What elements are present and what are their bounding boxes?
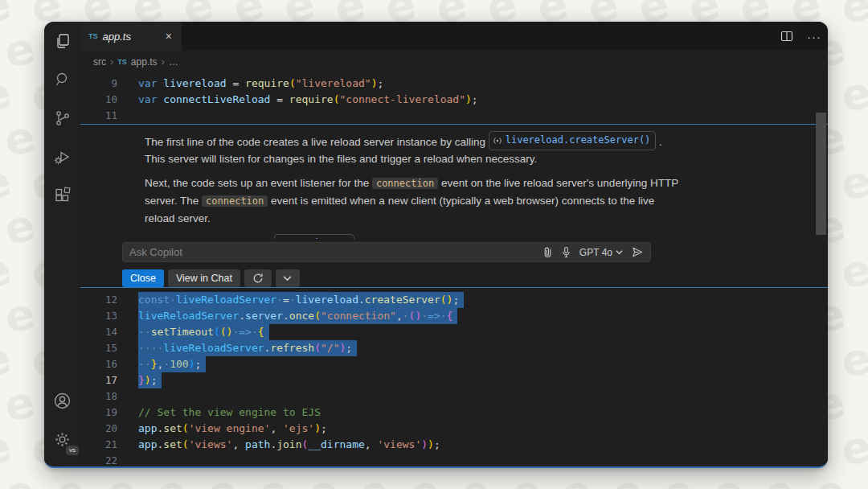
- code-line[interactable]: 19// Set the view engine to EJS: [80, 405, 828, 421]
- line-number: 18: [80, 388, 117, 405]
- symbol-link-chip[interactable]: livereload.createServer(): [489, 131, 657, 150]
- code-text: ··setTimeout(()·=>·{: [138, 324, 269, 340]
- breadcrumb-folder[interactable]: src: [93, 56, 106, 68]
- symbol-method-icon: [493, 136, 502, 146]
- background-e-glyph: e: [836, 155, 868, 212]
- chevron-down-icon: [616, 249, 623, 255]
- copilot-prompt-input[interactable]: [129, 246, 534, 258]
- line-number: 19: [80, 405, 117, 421]
- breadcrumb-separator-icon: ›: [162, 55, 165, 68]
- tab-close-icon[interactable]: ×: [164, 30, 174, 43]
- line-number: 13: [80, 308, 117, 324]
- extensions-icon[interactable]: [44, 176, 80, 215]
- code-editor[interactable]: // Enable live reload9var livereload = r…: [80, 72, 828, 466]
- breadcrumb: src › TS app.ts › …: [80, 51, 828, 72]
- code-text: var livereload = require("livereload");: [138, 76, 383, 92]
- code-text: liveReloadServer.server.once("connection…: [138, 308, 457, 324]
- code-line[interactable]: 15····liveReloadServer.refresh("/");: [80, 340, 828, 356]
- line-number: 9: [80, 76, 117, 92]
- line-number: 21: [80, 437, 117, 453]
- background-e-glyph: e: [836, 332, 868, 388]
- tab-app-ts[interactable]: TS app.ts ×: [80, 22, 182, 51]
- model-label: GPT 4o: [579, 247, 612, 258]
- model-picker[interactable]: GPT 4o: [579, 247, 623, 258]
- tab-title: app.ts: [103, 31, 159, 43]
- copilot-input-box: GPT 4o: [122, 242, 651, 262]
- code-line[interactable]: 22: [80, 453, 828, 466]
- source-control-icon[interactable]: [44, 99, 80, 138]
- line-number: 11: [80, 108, 117, 124]
- background-e-glyph: e: [0, 376, 40, 433]
- breadcrumb-more[interactable]: …: [169, 56, 178, 68]
- attach-context-icon[interactable]: [542, 246, 553, 258]
- background-e-glyph: e: [0, 199, 40, 256]
- code-text: ··},·100);: [138, 356, 206, 372]
- code-line[interactable]: 14··setTimeout(()·=>·{: [80, 324, 828, 340]
- typescript-file-icon: TS: [88, 32, 98, 40]
- code-text: var connectLiveReload = require("connect…: [138, 92, 478, 108]
- code-text: // Set the view engine to EJS: [138, 405, 321, 421]
- code-line[interactable]: 11: [80, 108, 828, 124]
- copilot-paragraph: Next, the code sets up an event listener…: [145, 175, 682, 227]
- copilot-paragraph: The first line of the code creates a liv…: [145, 131, 682, 167]
- line-number: 17: [80, 372, 117, 388]
- background-e-glyph: e: [836, 67, 868, 123]
- code-line[interactable]: 13liveReloadServer.server.once("connecti…: [80, 308, 828, 324]
- explorer-icon[interactable]: [44, 22, 80, 60]
- code-text: app.set('views', path.join(__dirname, 'v…: [138, 437, 440, 453]
- background-e-glyph: e: [836, 421, 868, 477]
- background-e-glyph: e: [0, 111, 40, 167]
- account-icon[interactable]: [44, 381, 80, 420]
- more-options-button[interactable]: [276, 269, 300, 287]
- copilot-response: The first line of the code creates a liv…: [80, 125, 828, 239]
- refresh-icon: [252, 273, 264, 284]
- code-lines-top: // Enable live reload9var livereload = r…: [80, 72, 828, 124]
- typescript-file-icon: TS: [117, 58, 127, 66]
- vs-badge: vs: [66, 446, 79, 455]
- copilot-action-buttons: Close View in Chat: [122, 269, 300, 287]
- code-line[interactable]: 20app.set('view engine', 'ejs');: [80, 421, 828, 437]
- symbol-link-chip[interactable]: setTimeout: [274, 234, 354, 239]
- split-editor-icon[interactable]: [773, 22, 800, 51]
- regenerate-button[interactable]: [244, 269, 272, 287]
- code-text: app.set('view engine', 'ejs');: [138, 421, 327, 437]
- copilot-inline-chat-panel: The first line of the code creates a liv…: [80, 124, 828, 288]
- background-e-glyph: e: [0, 23, 40, 79]
- breadcrumb-file[interactable]: app.ts: [131, 56, 158, 68]
- microphone-icon[interactable]: [561, 246, 571, 258]
- more-actions-icon[interactable]: ···: [800, 22, 828, 51]
- line-number: 22: [80, 453, 117, 466]
- line-number: 20: [80, 421, 117, 437]
- code-line[interactable]: 21app.set('views', path.join(__dirname, …: [80, 437, 828, 453]
- code-line[interactable]: 12const·liveReloadServer·=·livereload.cr…: [80, 292, 828, 308]
- editor-scrollbar-thumb[interactable]: [816, 113, 826, 235]
- search-icon[interactable]: [44, 60, 80, 99]
- code-lines-bottom: 12const·liveReloadServer·=·livereload.cr…: [80, 292, 828, 466]
- code-text: [138, 108, 163, 124]
- line-number: 15: [80, 340, 117, 356]
- editor-column: TS app.ts × ··· src › TS app.ts › … // E…: [80, 22, 828, 466]
- background-e-glyph: e: [0, 288, 40, 344]
- code-line[interactable]: 16··},·100);: [80, 356, 828, 372]
- send-icon[interactable]: [631, 246, 644, 258]
- breadcrumb-separator-icon: ›: [110, 55, 113, 68]
- tab-bar: TS app.ts × ···: [80, 22, 828, 51]
- code-line[interactable]: 17});: [80, 372, 828, 388]
- line-number: 16: [80, 356, 117, 372]
- view-in-chat-button[interactable]: View in Chat: [168, 269, 240, 287]
- inline-code-chip[interactable]: connection: [202, 195, 268, 207]
- code-text: ····liveReloadServer.refresh("/");: [138, 340, 357, 356]
- inline-code-chip[interactable]: connection: [372, 178, 438, 189]
- run-and-debug-icon[interactable]: [44, 138, 80, 176]
- chevron-down-icon: [283, 275, 292, 281]
- code-line[interactable]: 10var connectLiveReload = require("conne…: [80, 92, 828, 108]
- code-line[interactable]: 18: [80, 388, 828, 405]
- code-line[interactable]: 9var livereload = require("livereload");: [80, 76, 828, 92]
- close-button[interactable]: Close: [122, 269, 164, 287]
- code-text: });: [138, 372, 162, 388]
- copilot-paragraph: Inside the event listener, a setTimeout …: [145, 234, 682, 239]
- code-text: const·liveReloadServer·=·livereload.crea…: [138, 292, 464, 308]
- settings-gear-wrap: vs: [44, 420, 80, 458]
- line-number: 14: [80, 324, 117, 340]
- activity-bar: vs: [44, 22, 80, 466]
